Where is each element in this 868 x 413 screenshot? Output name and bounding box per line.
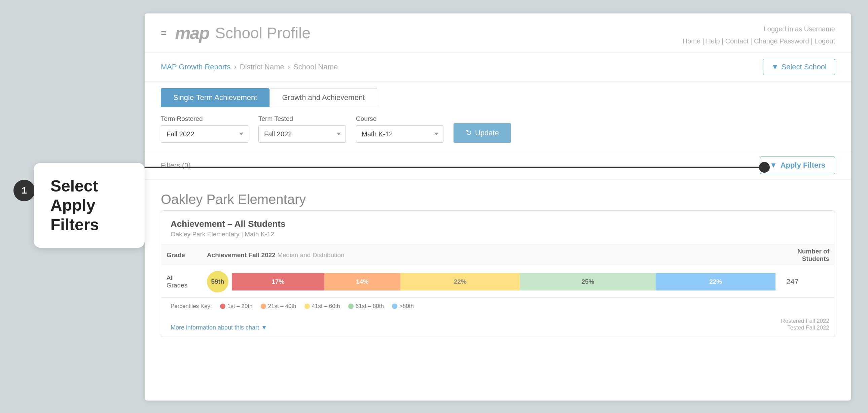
row-students: 247: [781, 266, 835, 298]
callout-line1: Select: [51, 177, 98, 195]
term-tested-select[interactable]: Fall 2022: [258, 125, 346, 143]
key-dot-orange: [261, 304, 266, 309]
achievement-subtitle: Oakley Park Elementary | Math K-12: [170, 231, 825, 238]
apply-filters-label: Apply Filters: [780, 161, 825, 170]
key-label-21-40: 21st – 40th: [268, 303, 297, 310]
bar-seg-orange: 14%: [324, 273, 400, 291]
achievement-card: Achievement – All Students Oakley Park E…: [161, 210, 835, 337]
header-left: ≡ map School Profile: [161, 23, 311, 43]
key-item-41-60: 41st – 60th: [305, 303, 340, 310]
bar-seg-red: 17%: [232, 273, 324, 291]
connector-line: [145, 167, 764, 168]
key-label-1-20: 1st – 20th: [227, 303, 253, 310]
percentile-key-label: Percentiles Key:: [170, 303, 212, 310]
callout-text: Select Apply Filters: [51, 176, 128, 235]
tab-growth-achievement[interactable]: Growth and Achievement: [270, 88, 377, 107]
achievement-card-header: Achievement – All Students Oakley Park E…: [161, 211, 835, 240]
app-header: ≡ map School Profile Logged in as Userna…: [145, 13, 851, 53]
main-panel: ≡ map School Profile Logged in as Userna…: [145, 13, 851, 401]
header-right: Logged in as Username Home | Help | Cont…: [683, 23, 835, 47]
more-info-link[interactable]: More information about this chart ▼: [161, 321, 277, 336]
school-name-heading: Oakley Park Elementary: [145, 180, 851, 210]
dropdown-icon: ▼: [771, 63, 779, 71]
chevron-down-icon: ▼: [261, 324, 267, 331]
col-grade: Grade: [161, 244, 202, 266]
nav-links: Home | Help | Contact | Change Password …: [683, 35, 835, 47]
select-school-button[interactable]: ▼ Select School: [763, 59, 835, 75]
achievement-title: Achievement – All Students: [170, 219, 825, 229]
rostered-label: Rostered Fall 2022: [781, 318, 829, 324]
annotation-area: 1 Select Apply Filters: [0, 0, 145, 413]
key-label-61-80: 61st – 80th: [355, 303, 384, 310]
filter-term-rostered: Term Rostered Fall 2022: [161, 115, 248, 143]
step-badge: 1: [13, 180, 35, 201]
filters-row: Term Rostered Fall 2022 Term Tested Fall…: [145, 107, 851, 151]
course-select[interactable]: Math K-12: [356, 125, 443, 143]
achievement-table: Grade Achievement Fall 2022 Median and D…: [161, 244, 835, 297]
col-students: Number of Students: [781, 244, 835, 266]
bar-seg-blue: 22%: [656, 273, 775, 291]
page-title: School Profile: [215, 24, 311, 42]
more-info-label: More information about this chart: [170, 324, 259, 331]
bottom-row: More information about this chart ▼ Rost…: [161, 315, 835, 336]
breadcrumb-school: School Name: [293, 63, 338, 71]
breadcrumb-root[interactable]: MAP Growth Reports: [161, 63, 230, 71]
tested-label: Tested Fall 2022: [781, 324, 829, 331]
key-dot-green: [348, 304, 353, 309]
rostered-info: Rostered Fall 2022 Tested Fall 2022: [781, 315, 835, 336]
key-item-61-80: 61st – 80th: [348, 303, 384, 310]
key-label-41-60: 41st – 60th: [312, 303, 340, 310]
breadcrumb: MAP Growth Reports › District Name › Sch…: [145, 53, 851, 82]
breadcrumb-sep2: ›: [288, 63, 290, 71]
update-icon: ↻: [466, 128, 472, 137]
key-item-80plus: >80th: [392, 303, 414, 310]
percentile-key: Percentiles Key: 1st – 20th 21st – 40th …: [161, 297, 835, 315]
select-school-label: Select School: [781, 63, 827, 71]
key-dot-blue: [392, 304, 397, 309]
key-label-80plus: >80th: [399, 303, 414, 310]
hamburger-icon[interactable]: ≡: [161, 28, 166, 38]
key-item-21-40: 21st – 40th: [261, 303, 297, 310]
filters-count: Filters (0): [161, 161, 191, 169]
filter-course: Course Math K-12: [356, 115, 443, 143]
median-badge: 59th: [207, 271, 228, 293]
key-dot-yellow: [305, 304, 310, 309]
apply-filters-button[interactable]: ▼ Apply Filters: [760, 156, 835, 174]
apply-filters-row: Filters (0) ▼ Apply Filters: [145, 151, 851, 180]
tab-single-term[interactable]: Single-Term Achievement: [161, 88, 270, 107]
term-rostered-label: Term Rostered: [161, 115, 248, 122]
callout-box: Select Apply Filters: [34, 163, 145, 248]
bar-seg-yellow: 22%: [400, 273, 520, 291]
table-row: All Grades 59th 17% 14% 22% 25% 22% 247: [161, 266, 835, 298]
callout-line2: Apply Filters: [51, 196, 99, 234]
term-rostered-select[interactable]: Fall 2022: [161, 125, 248, 143]
key-item-1-20: 1st – 20th: [220, 303, 253, 310]
term-tested-label: Term Tested: [258, 115, 346, 122]
map-logo: map: [175, 23, 209, 43]
breadcrumb-district: District Name: [240, 63, 284, 71]
logged-in-label: Logged in as Username: [683, 23, 835, 35]
filter-dropdown-icon: ▼: [770, 161, 777, 170]
filter-term-tested: Term Tested Fall 2022: [258, 115, 346, 143]
course-label: Course: [356, 115, 443, 122]
update-button[interactable]: ↻ Update: [454, 123, 511, 143]
tabs-row: Single-Term Achievement Growth and Achie…: [145, 82, 851, 107]
row-bar: 59th 17% 14% 22% 25% 22%: [202, 266, 781, 298]
update-label: Update: [475, 128, 499, 137]
bar-seg-lightgreen: 25%: [520, 273, 656, 291]
breadcrumb-sep1: ›: [234, 63, 236, 71]
key-dot-red: [220, 304, 225, 309]
connector-dot: [759, 162, 770, 173]
row-grade: All Grades: [161, 266, 202, 298]
col-achievement: Achievement Fall 2022 Median and Distrib…: [202, 244, 781, 266]
